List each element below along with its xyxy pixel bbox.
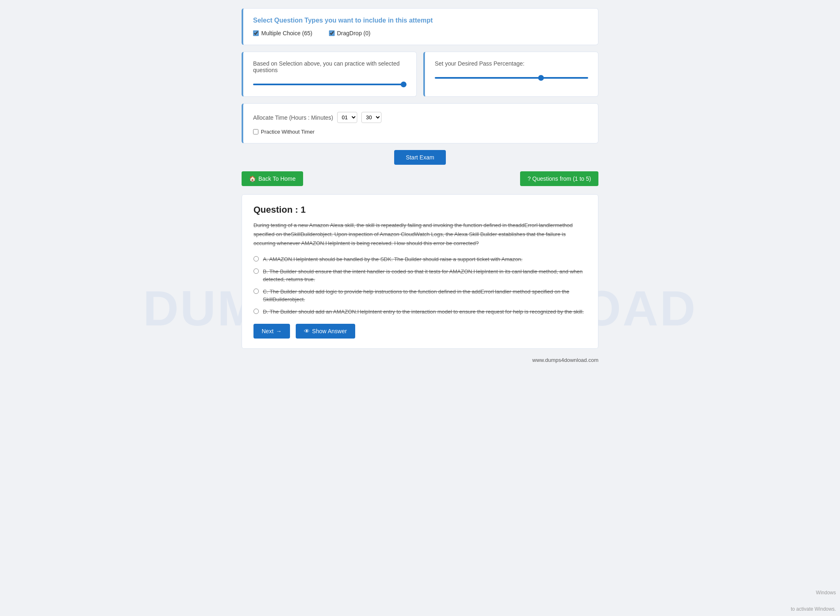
next-label: Next — [262, 328, 274, 334]
start-exam-button[interactable]: Start Exam — [394, 150, 445, 165]
next-arrow-icon: → — [276, 328, 282, 334]
timer-checkbox-label[interactable]: Practice Without Timer — [253, 129, 588, 135]
multiple-choice-checkbox[interactable] — [253, 30, 259, 36]
timer-checkbox-text: Practice Without Timer — [261, 129, 315, 135]
dragdrop-option[interactable]: DragDrop (0) — [329, 30, 371, 36]
question-types-title: Select Question Types you want to includ… — [253, 17, 588, 24]
multiple-choice-label: Multiple Choice (65) — [261, 30, 313, 36]
nav-row: 🏠 Back To Home ? Questions from (1 to 5) — [242, 171, 598, 186]
question-text: During testing of a new Amazon Alexa ski… — [253, 221, 587, 248]
option-d-row: D. The Builder should add an AMAZON.Help… — [253, 308, 587, 316]
pass-percentage-card: Set your Desired Pass Percentage: — [423, 52, 598, 97]
option-b-radio[interactable] — [253, 268, 259, 274]
practice-label: Based on Selection above, you can practi… — [253, 60, 406, 73]
question-section: Question : 1 During testing of a new Ama… — [242, 194, 598, 349]
hours-select[interactable]: 01 02 03 — [337, 112, 357, 123]
practice-slider[interactable] — [253, 84, 406, 85]
option-a-text: A. AMAZON.HelpIntent should be handled b… — [263, 255, 523, 264]
option-b-text: B. The Builder should ensure that the in… — [263, 268, 587, 284]
footer-url: www.dumps4download.com — [242, 357, 598, 363]
back-to-home-label: Back To Home — [258, 175, 296, 182]
option-b-row: B. The Builder should ensure that the in… — [253, 268, 587, 284]
option-d-radio[interactable] — [253, 309, 259, 314]
question-types-card: Select Question Types you want to includ… — [242, 8, 598, 45]
back-to-home-button[interactable]: 🏠 Back To Home — [242, 171, 303, 186]
slider-row: Based on Selection above, you can practi… — [242, 52, 598, 97]
question-title: Question : 1 — [253, 205, 587, 215]
minutes-select[interactable]: 30 00 15 45 — [361, 112, 381, 123]
pass-percentage-slider-wrapper — [435, 72, 588, 82]
eye-icon: 👁 — [304, 328, 310, 334]
option-a-row: A. AMAZON.HelpIntent should be handled b… — [253, 255, 587, 264]
question-types-options: Multiple Choice (65) DragDrop (0) — [253, 30, 588, 36]
multiple-choice-option[interactable]: Multiple Choice (65) — [253, 30, 313, 36]
option-d-text: D. The Builder should add an AMAZON.Help… — [263, 308, 584, 316]
option-c-radio[interactable] — [253, 289, 259, 294]
practice-slider-wrapper — [253, 78, 406, 88]
home-icon: 🏠 — [249, 175, 256, 182]
questions-range-button[interactable]: ? Questions from (1 to 5) — [520, 171, 598, 186]
practice-card: Based on Selection above, you can practi… — [242, 52, 417, 97]
dragdrop-checkbox[interactable] — [329, 30, 335, 36]
option-a-radio[interactable] — [253, 256, 259, 261]
pass-percentage-label: Set your Desired Pass Percentage: — [435, 60, 588, 67]
pass-percentage-slider[interactable] — [435, 77, 588, 79]
dragdrop-label: DragDrop (0) — [337, 30, 371, 36]
next-button[interactable]: Next → — [253, 324, 290, 339]
questions-range-label: ? Questions from (1 to 5) — [527, 175, 591, 182]
time-card: Allocate Time (Hours : Minutes) 01 02 03… — [242, 103, 598, 143]
option-c-row: C. The Builder should add logic to provi… — [253, 288, 587, 304]
show-answer-button[interactable]: 👁 Show Answer — [296, 324, 355, 339]
timer-checkbox[interactable] — [253, 129, 258, 134]
option-c-text: C. The Builder should add logic to provi… — [263, 288, 587, 304]
time-label: Allocate Time (Hours : Minutes) — [253, 114, 333, 121]
show-answer-label: Show Answer — [312, 328, 347, 334]
action-row: Next → 👁 Show Answer — [253, 324, 587, 339]
time-row: Allocate Time (Hours : Minutes) 01 02 03… — [253, 112, 588, 123]
